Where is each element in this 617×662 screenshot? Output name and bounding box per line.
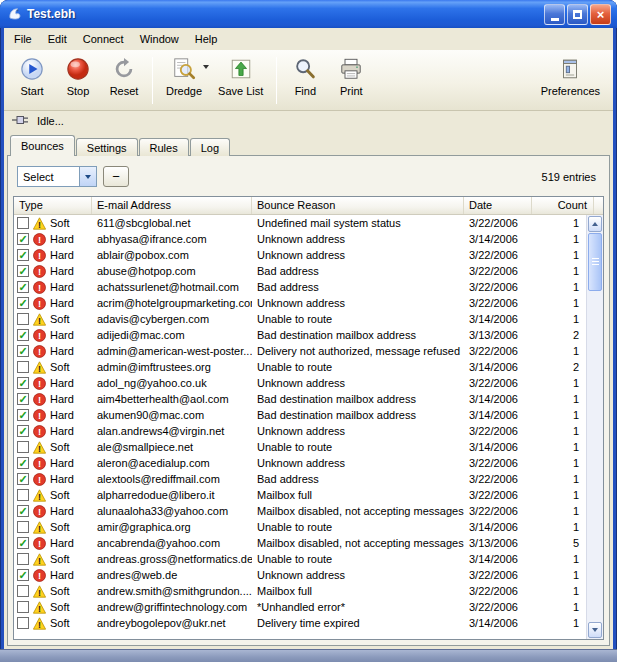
column-header-count[interactable]: Count — [532, 197, 594, 214]
title-bar[interactable]: Test.ebh × — [0, 0, 617, 28]
print-button[interactable]: Print — [329, 53, 373, 108]
table-row[interactable]: ✓ ! ! Hard aleron@acedialup.com Unknown … — [14, 455, 586, 471]
row-checkbox[interactable]: ✓ — [17, 361, 29, 373]
table-row[interactable]: ✓ ! ! Soft ale@smallpiece.net Unable to … — [14, 439, 586, 455]
table-row[interactable]: ✓ ! ! Soft andrew.smith@smithgrundon....… — [14, 583, 586, 599]
find-button[interactable]: Find — [283, 53, 327, 108]
row-checkbox[interactable]: ✓ — [17, 537, 29, 549]
tab-log[interactable]: Log — [190, 138, 230, 156]
scrollbar-track[interactable] — [587, 291, 603, 621]
table-row[interactable]: ✓ ! ! Hard andres@web.de Unknown address… — [14, 567, 586, 583]
row-checkbox[interactable]: ✓ — [17, 409, 29, 421]
window-bottom-frame[interactable] — [0, 649, 617, 662]
column-header-reason[interactable]: Bounce Reason — [252, 197, 464, 214]
table-row[interactable]: ✓ ! ! Hard akumen90@mac.com Bad destinat… — [14, 407, 586, 423]
row-checkbox[interactable]: ✓ — [17, 569, 29, 581]
scrollbar-down-button[interactable] — [588, 622, 602, 638]
row-checkbox[interactable]: ✓ — [17, 345, 29, 357]
row-checkbox[interactable]: ✓ — [17, 489, 29, 501]
scrollbar-thumb[interactable] — [588, 233, 602, 291]
row-checkbox[interactable]: ✓ — [17, 297, 29, 309]
table-row[interactable]: ✓ ! ! Hard ancabrenda@yahoo.com Mailbox … — [14, 535, 586, 551]
row-checkbox[interactable]: ✓ — [17, 505, 29, 517]
tab-settings[interactable]: Settings — [76, 138, 138, 156]
table-row[interactable]: ✓ ! ! Hard admin@american-west-poster...… — [14, 343, 586, 359]
table-row[interactable]: ✓ ! ! Soft adavis@cybergen.com Unable to… — [14, 311, 586, 327]
row-checkbox[interactable]: ✓ — [17, 249, 29, 261]
select-dropdown[interactable]: Select — [17, 166, 97, 187]
table-row[interactable]: ✓ ! ! Hard alan.andrews4@virgin.net Unkn… — [14, 423, 586, 439]
check-icon: ✓ — [18, 570, 27, 580]
menu-file[interactable]: File — [6, 30, 40, 48]
tab-rules[interactable]: Rules — [139, 138, 189, 156]
table-row[interactable]: ✓ ! ! Soft alpharredodue@libero.it Mailb… — [14, 487, 586, 503]
row-checkbox[interactable]: ✓ — [17, 617, 29, 629]
menu-window[interactable]: Window — [132, 30, 187, 48]
column-header-date[interactable]: Date — [464, 197, 532, 214]
row-checkbox[interactable]: ✓ — [17, 521, 29, 533]
preferences-button[interactable]: Preferences — [534, 53, 607, 108]
table-row[interactable]: ✓ ! ! Hard adijedi@mac.com Bad destinati… — [14, 327, 586, 343]
menu-connect[interactable]: Connect — [75, 30, 132, 48]
menu-edit[interactable]: Edit — [40, 30, 75, 48]
dredge-dropdown-arrow[interactable] — [203, 65, 209, 72]
date-cell: 3/22/2006 — [464, 345, 532, 357]
table-row[interactable]: ✓ ! ! Soft 611@sbcglobal.net Undefined m… — [14, 215, 586, 231]
table-row[interactable]: ✓ ! ! Hard achatssurlenet@hotmail.com Ba… — [14, 279, 586, 295]
remove-button[interactable]: − — [103, 166, 129, 187]
table-row[interactable]: ✓ ! ! Soft amir@graphica.org Unable to r… — [14, 519, 586, 535]
minimize-button[interactable] — [544, 4, 565, 25]
row-checkbox[interactable]: ✓ — [17, 473, 29, 485]
scrollbar-up-button[interactable] — [588, 216, 602, 232]
row-checkbox[interactable]: ✓ — [17, 329, 29, 341]
maximize-button[interactable] — [567, 4, 588, 25]
table-row[interactable]: ✓ ! ! Hard alextools@rediffmail.com Bad … — [14, 471, 586, 487]
date-cell: 3/22/2006 — [464, 425, 532, 437]
column-header-email[interactable]: E-mail Address — [92, 197, 252, 214]
count-cell: 1 — [532, 313, 586, 325]
stop-button[interactable]: Stop — [56, 53, 100, 108]
row-checkbox[interactable]: ✓ — [17, 265, 29, 277]
row-checkbox[interactable]: ✓ — [17, 377, 29, 389]
row-checkbox[interactable]: ✓ — [17, 233, 29, 245]
date-cell: 3/22/2006 — [464, 473, 532, 485]
row-checkbox[interactable]: ✓ — [17, 393, 29, 405]
type-cell: ✓ ! ! Hard — [14, 329, 92, 342]
save-list-button[interactable]: Save List — [211, 53, 270, 108]
close-button[interactable]: × — [590, 4, 611, 25]
row-checkbox[interactable]: ✓ — [17, 425, 29, 437]
table-row[interactable]: ✓ ! ! Hard ablair@pobox.com Unknown addr… — [14, 247, 586, 263]
table-row[interactable]: ✓ ! ! Hard abhyasa@ifrance.com Unknown a… — [14, 231, 586, 247]
tab-bounces[interactable]: Bounces — [10, 135, 75, 156]
start-button[interactable]: Start — [10, 53, 54, 108]
table-row[interactable]: ✓ ! ! Hard alunaaloha33@yahoo.com Mailbo… — [14, 503, 586, 519]
table-row[interactable]: ✓ ! ! Hard aim4betterhealth@aol.com Bad … — [14, 391, 586, 407]
row-checkbox[interactable]: ✓ — [17, 585, 29, 597]
row-checkbox[interactable]: ✓ — [17, 217, 29, 229]
table-row[interactable]: ✓ ! ! Hard adol_ng@yahoo.co.uk Unknown a… — [14, 375, 586, 391]
date-cell: 3/14/2006 — [464, 233, 532, 245]
table-row[interactable]: ✓ ! ! Hard abuse@hotpop.com Bad address … — [14, 263, 586, 279]
column-header-type[interactable]: Type — [14, 197, 92, 214]
menu-help[interactable]: Help — [187, 30, 226, 48]
row-checkbox[interactable]: ✓ — [17, 457, 29, 469]
row-checkbox[interactable]: ✓ — [17, 601, 29, 613]
row-checkbox[interactable]: ✓ — [17, 441, 29, 453]
table-row[interactable]: ✓ ! ! Hard acrim@hotelgroupmarketing.com… — [14, 295, 586, 311]
count-cell: 1 — [532, 601, 586, 613]
select-dropdown-button[interactable] — [79, 167, 96, 186]
reset-button[interactable]: Reset — [102, 53, 146, 108]
row-checkbox[interactable]: ✓ — [17, 281, 29, 293]
table-row[interactable]: ✓ ! ! Soft andrew@griffintechnology.com … — [14, 599, 586, 615]
entries-count: 519 entries — [542, 171, 600, 183]
table-row[interactable]: ✓ ! ! Soft admin@imftrustees.org Unable … — [14, 359, 586, 375]
count-cell: 1 — [532, 265, 586, 277]
date-cell: 3/13/2006 — [464, 537, 532, 549]
row-checkbox[interactable]: ✓ — [17, 313, 29, 325]
table-row[interactable]: ✓ ! ! Soft andreas.gross@netformatics.de… — [14, 551, 586, 567]
row-checkbox[interactable]: ✓ — [17, 553, 29, 565]
dredge-button[interactable]: Dredge — [159, 53, 209, 108]
table-row[interactable]: ✓ ! ! Soft andreybogolepov@ukr.net Deliv… — [14, 615, 586, 631]
soft-bounce-icon: ! — [33, 489, 46, 502]
hard-bounce-icon: ! — [33, 537, 46, 550]
